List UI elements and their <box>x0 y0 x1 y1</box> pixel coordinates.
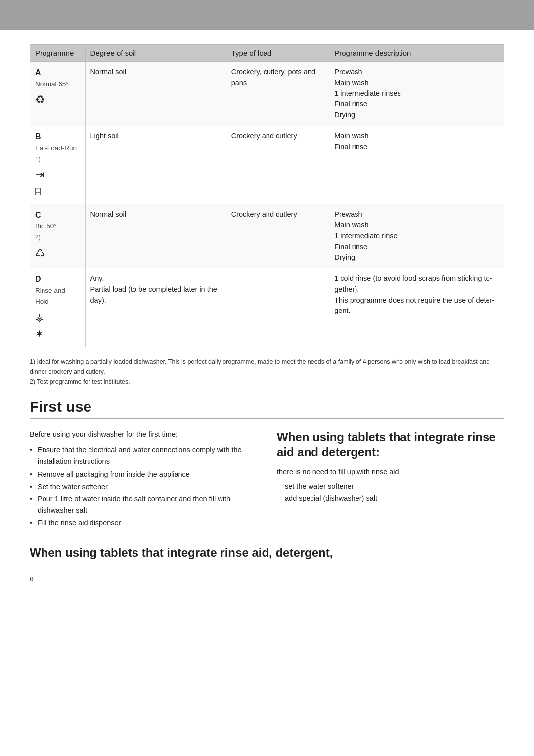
prog-subname: Eat-Load-Run <box>35 144 77 152</box>
bottom-heading: When using tablets that integrate rinse … <box>30 545 504 560</box>
footnote: 1) Ideal for washing a partially loaded … <box>30 357 504 377</box>
table-row-load-0: Crockery, cutlery, pots and pans <box>226 62 329 126</box>
programme-table: Programme Degree of soil Type of load Pr… <box>30 44 504 347</box>
footnote: 2) Test programme for test institutes. <box>30 377 504 387</box>
table-row-prog-1: BEat-Load-Run1)⇥⌸ <box>30 126 86 204</box>
table-row-desc-1: Main wash Final rinse <box>329 126 504 204</box>
dash-items: set the water softeneradd special (dishw… <box>277 481 504 504</box>
list-item: Fill the rinse aid dispenser <box>30 517 257 529</box>
table-row-soil-0: Normal soil <box>85 62 226 126</box>
prog-letter: A <box>35 68 41 77</box>
table-row-prog-0: ANormal 65°♻ <box>30 62 86 126</box>
prog-subname: Rinse and Hold <box>35 287 65 305</box>
tablets-heading-1: When using tablets that integrate rinse … <box>277 429 504 460</box>
prog-note: 2) <box>35 234 41 241</box>
table-row-load-3 <box>226 268 329 347</box>
bottom-section: When using tablets that integrate rinse … <box>30 545 504 560</box>
section-title: First use <box>30 399 504 419</box>
col-header-description: Programme description <box>329 45 504 62</box>
table-row-load-1: Crockery and cutlery <box>226 126 329 204</box>
col-header-load: Type of load <box>226 45 329 62</box>
prog-subname: Normal 65° <box>35 80 69 88</box>
col-header-soil: Degree of soil <box>85 45 226 62</box>
prog-icon: ♺ <box>35 245 80 261</box>
prog-icon: ⚶✶ <box>35 309 80 342</box>
prog-icon: ⇥⌸ <box>35 166 80 199</box>
table-row-soil-1: Light soil <box>85 126 226 204</box>
right-column: When using tablets that integrate rinse … <box>277 429 504 530</box>
table-row-prog-3: DRinse and Hold⚶✶ <box>30 268 86 347</box>
list-item: Pour 1 litre of water inside the salt co… <box>30 493 257 516</box>
table-row-soil-3: Any. Partial load (to be completed later… <box>85 268 226 347</box>
prog-subname: Bio 50° <box>35 222 57 230</box>
page-number: 6 <box>30 575 504 583</box>
list-item: Ensure that the electrical and water con… <box>30 445 257 467</box>
page-content: Programme Degree of soil Type of load Pr… <box>0 30 534 603</box>
table-row-desc-3: 1 cold rinse (to avoid food scraps from … <box>329 268 504 347</box>
table-row-load-2: Crockery and cutlery <box>226 204 329 268</box>
list-item: Set the water softener <box>30 481 257 492</box>
table-row-soil-2: Normal soil <box>85 204 226 268</box>
dash-item: set the water softener <box>277 481 504 492</box>
dash-item: add special (dishwasher) salt <box>277 493 504 504</box>
top-bar <box>0 0 534 30</box>
first-use-intro: Before using your dishwasher for the fir… <box>30 429 257 440</box>
prog-note: 1) <box>35 156 41 163</box>
list-item: Remove all packaging from inside the app… <box>30 469 257 480</box>
prog-letter: C <box>35 211 41 219</box>
table-row-desc-0: Prewash Main wash 1 intermediate rinses … <box>329 62 504 126</box>
two-column-layout: Before using your dishwasher for the fir… <box>30 429 504 530</box>
prog-icon: ♻ <box>35 91 80 108</box>
prog-letter: D <box>35 275 41 283</box>
left-column: Before using your dishwasher for the fir… <box>30 429 257 530</box>
tablets-intro-1: there is no need to fill up with rinse a… <box>277 467 504 478</box>
footnotes: 1) Ideal for washing a partially loaded … <box>30 357 504 387</box>
table-row-desc-2: Prewash Main wash 1 intermediate rinse F… <box>329 204 504 268</box>
first-use-list: Ensure that the electrical and water con… <box>30 445 257 529</box>
col-header-programme: Programme <box>30 45 86 62</box>
table-row-prog-2: CBio 50°2)♺ <box>30 204 86 268</box>
prog-letter: B <box>35 133 41 141</box>
